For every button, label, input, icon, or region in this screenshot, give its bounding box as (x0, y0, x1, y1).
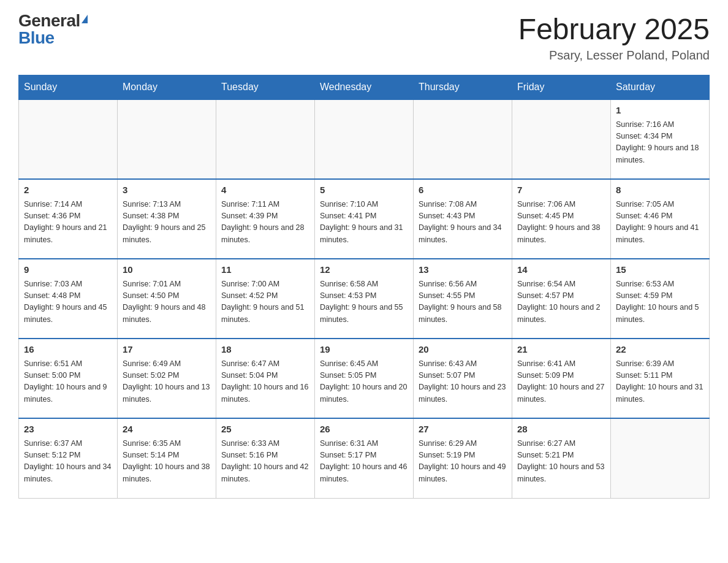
calendar-cell: 14Sunrise: 6:54 AMSunset: 4:57 PMDayligh… (512, 259, 611, 339)
day-number: 5 (320, 183, 408, 197)
calendar-cell: 4Sunrise: 7:11 AMSunset: 4:39 PMDaylight… (216, 179, 315, 259)
day-number: 21 (517, 343, 605, 357)
day-info: Sunrise: 7:11 AMSunset: 4:39 PMDaylight:… (221, 199, 309, 247)
page-header: General Blue February 2025 Psary, Lesser… (18, 12, 710, 63)
calendar-cell: 27Sunrise: 6:29 AMSunset: 5:19 PMDayligh… (414, 418, 512, 498)
day-number: 9 (24, 263, 112, 277)
calendar-cell: 7Sunrise: 7:06 AMSunset: 4:45 PMDaylight… (512, 179, 611, 259)
calendar-cell (19, 99, 118, 179)
day-info: Sunrise: 6:33 AMSunset: 5:16 PMDaylight:… (221, 438, 309, 486)
day-info: Sunrise: 6:53 AMSunset: 4:59 PMDaylight:… (616, 278, 704, 326)
location: Psary, Lesser Poland, Poland (518, 48, 710, 63)
calendar-cell (216, 99, 315, 179)
calendar-cell (118, 99, 216, 179)
calendar-cell (611, 418, 710, 498)
day-number: 19 (320, 343, 408, 357)
calendar-table: Sunday Monday Tuesday Wednesday Thursday… (18, 75, 710, 499)
day-info: Sunrise: 6:39 AMSunset: 5:11 PMDaylight:… (616, 358, 704, 406)
calendar-week-2: 2Sunrise: 7:14 AMSunset: 4:36 PMDaylight… (19, 179, 710, 259)
calendar-cell: 28Sunrise: 6:27 AMSunset: 5:21 PMDayligh… (512, 418, 611, 498)
calendar-cell: 26Sunrise: 6:31 AMSunset: 5:17 PMDayligh… (315, 418, 414, 498)
col-sunday: Sunday (19, 75, 118, 100)
day-number: 27 (419, 423, 507, 437)
day-number: 23 (24, 423, 112, 437)
logo-blue-text: Blue (18, 29, 55, 47)
title-section: February 2025 Psary, Lesser Poland, Pola… (518, 12, 710, 63)
calendar-cell: 13Sunrise: 6:56 AMSunset: 4:55 PMDayligh… (414, 259, 512, 339)
day-number: 18 (221, 343, 309, 357)
day-info: Sunrise: 6:58 AMSunset: 4:53 PMDaylight:… (320, 278, 408, 326)
day-number: 28 (517, 423, 605, 437)
calendar-cell: 10Sunrise: 7:01 AMSunset: 4:50 PMDayligh… (118, 259, 216, 339)
calendar-cell: 17Sunrise: 6:49 AMSunset: 5:02 PMDayligh… (118, 339, 216, 418)
calendar-cell: 5Sunrise: 7:10 AMSunset: 4:41 PMDaylight… (315, 179, 414, 259)
calendar-cell: 12Sunrise: 6:58 AMSunset: 4:53 PMDayligh… (315, 259, 414, 339)
calendar-cell (315, 99, 414, 179)
calendar-week-3: 9Sunrise: 7:03 AMSunset: 4:48 PMDaylight… (19, 259, 710, 339)
calendar-cell: 2Sunrise: 7:14 AMSunset: 4:36 PMDaylight… (19, 179, 118, 259)
day-info: Sunrise: 6:47 AMSunset: 5:04 PMDaylight:… (221, 358, 309, 406)
day-info: Sunrise: 6:27 AMSunset: 5:21 PMDaylight:… (517, 438, 605, 486)
day-info: Sunrise: 7:13 AMSunset: 4:38 PMDaylight:… (123, 199, 211, 247)
calendar-cell: 6Sunrise: 7:08 AMSunset: 4:43 PMDaylight… (414, 179, 512, 259)
day-number: 4 (221, 183, 309, 197)
calendar-cell: 3Sunrise: 7:13 AMSunset: 4:38 PMDaylight… (118, 179, 216, 259)
day-number: 22 (616, 343, 704, 357)
day-number: 8 (616, 183, 704, 197)
day-number: 11 (221, 263, 309, 277)
day-info: Sunrise: 7:06 AMSunset: 4:45 PMDaylight:… (517, 199, 605, 247)
day-info: Sunrise: 7:00 AMSunset: 4:52 PMDaylight:… (221, 278, 309, 326)
calendar-cell: 15Sunrise: 6:53 AMSunset: 4:59 PMDayligh… (611, 259, 710, 339)
calendar-cell: 18Sunrise: 6:47 AMSunset: 5:04 PMDayligh… (216, 339, 315, 418)
calendar-cell: 20Sunrise: 6:43 AMSunset: 5:07 PMDayligh… (414, 339, 512, 418)
month-title: February 2025 (518, 12, 710, 46)
day-info: Sunrise: 6:56 AMSunset: 4:55 PMDaylight:… (419, 278, 507, 326)
calendar-cell: 19Sunrise: 6:45 AMSunset: 5:05 PMDayligh… (315, 339, 414, 418)
day-info: Sunrise: 6:29 AMSunset: 5:19 PMDaylight:… (419, 438, 507, 486)
logo: General Blue (18, 12, 88, 47)
day-info: Sunrise: 7:08 AMSunset: 4:43 PMDaylight:… (419, 199, 507, 247)
calendar-cell: 21Sunrise: 6:41 AMSunset: 5:09 PMDayligh… (512, 339, 611, 418)
day-info: Sunrise: 6:35 AMSunset: 5:14 PMDaylight:… (123, 438, 211, 486)
day-number: 10 (123, 263, 211, 277)
day-number: 16 (24, 343, 112, 357)
day-number: 2 (24, 183, 112, 197)
day-info: Sunrise: 6:51 AMSunset: 5:00 PMDaylight:… (24, 358, 112, 406)
day-number: 17 (123, 343, 211, 357)
day-info: Sunrise: 7:03 AMSunset: 4:48 PMDaylight:… (24, 278, 112, 326)
day-number: 12 (320, 263, 408, 277)
calendar-cell (414, 99, 512, 179)
day-number: 6 (419, 183, 507, 197)
day-number: 15 (616, 263, 704, 277)
col-saturday: Saturday (611, 75, 710, 100)
calendar-week-4: 16Sunrise: 6:51 AMSunset: 5:00 PMDayligh… (19, 339, 710, 418)
day-info: Sunrise: 6:45 AMSunset: 5:05 PMDaylight:… (320, 358, 408, 406)
day-number: 20 (419, 343, 507, 357)
day-info: Sunrise: 7:16 AMSunset: 4:34 PMDaylight:… (616, 119, 704, 167)
calendar-cell (512, 99, 611, 179)
calendar-header-row: Sunday Monday Tuesday Wednesday Thursday… (19, 75, 710, 100)
calendar-cell: 23Sunrise: 6:37 AMSunset: 5:12 PMDayligh… (19, 418, 118, 498)
calendar-cell: 16Sunrise: 6:51 AMSunset: 5:00 PMDayligh… (19, 339, 118, 418)
day-info: Sunrise: 6:54 AMSunset: 4:57 PMDaylight:… (517, 278, 605, 326)
calendar-cell: 11Sunrise: 7:00 AMSunset: 4:52 PMDayligh… (216, 259, 315, 339)
day-number: 26 (320, 423, 408, 437)
calendar-cell: 8Sunrise: 7:05 AMSunset: 4:46 PMDaylight… (611, 179, 710, 259)
logo-general-text: General (18, 12, 80, 29)
day-number: 25 (221, 423, 309, 437)
day-info: Sunrise: 6:49 AMSunset: 5:02 PMDaylight:… (123, 358, 211, 406)
calendar-body: 1Sunrise: 7:16 AMSunset: 4:34 PMDaylight… (19, 99, 710, 498)
day-number: 1 (616, 104, 704, 118)
day-number: 14 (517, 263, 605, 277)
day-info: Sunrise: 7:10 AMSunset: 4:41 PMDaylight:… (320, 199, 408, 247)
col-monday: Monday (118, 75, 216, 100)
calendar-cell: 22Sunrise: 6:39 AMSunset: 5:11 PMDayligh… (611, 339, 710, 418)
calendar-week-1: 1Sunrise: 7:16 AMSunset: 4:34 PMDaylight… (19, 99, 710, 179)
day-number: 24 (123, 423, 211, 437)
day-info: Sunrise: 6:37 AMSunset: 5:12 PMDaylight:… (24, 438, 112, 486)
col-friday: Friday (512, 75, 611, 100)
calendar-header: Sunday Monday Tuesday Wednesday Thursday… (19, 75, 710, 100)
day-info: Sunrise: 7:14 AMSunset: 4:36 PMDaylight:… (24, 199, 112, 247)
day-info: Sunrise: 6:41 AMSunset: 5:09 PMDaylight:… (517, 358, 605, 406)
day-number: 3 (123, 183, 211, 197)
